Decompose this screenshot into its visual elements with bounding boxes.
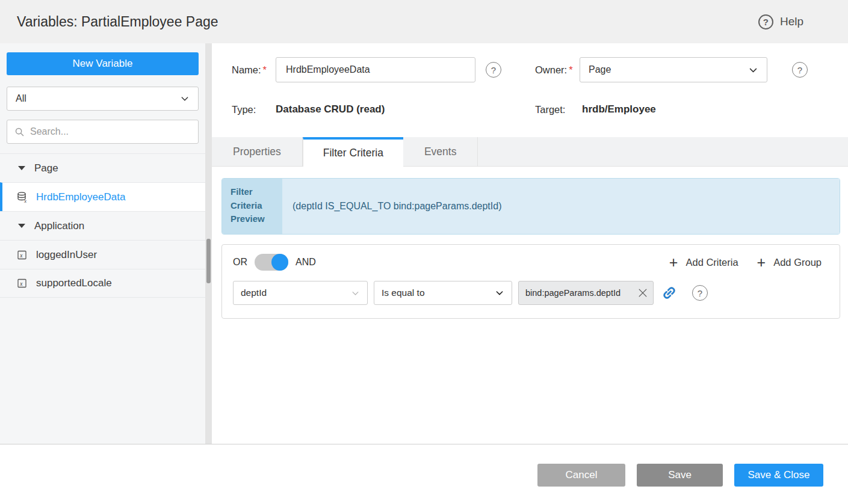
svg-text:x: x (23, 197, 26, 203)
model-variable-icon: x (16, 277, 28, 289)
criteria-field-value: deptId (241, 287, 267, 298)
owner-help-icon[interactable]: ? (792, 62, 808, 78)
help-icon: ? (758, 14, 773, 29)
target-label: Target: (535, 104, 582, 115)
tree-item-label: supportedLocale (36, 277, 112, 289)
tree-item-supportedlocale[interactable]: x supportedLocale (0, 269, 205, 298)
or-label: OR (233, 257, 247, 268)
variables-sidebar: New Variable All Page x HrdbEmployeeDa (0, 43, 212, 444)
name-help-icon[interactable]: ? (486, 62, 501, 78)
save-button[interactable]: Save (637, 464, 723, 487)
bind-expression: bind:pageParams.deptId (525, 288, 621, 298)
tree-item-hrdbemployeedata[interactable]: x HrdbEmployeeData (0, 182, 205, 211)
chevron-down-icon (351, 289, 360, 298)
tab-filter-criteria[interactable]: Filter Criteria (303, 137, 403, 167)
and-label: AND (296, 257, 316, 268)
name-input[interactable] (276, 57, 475, 82)
type-value: Database CRUD (read) (276, 103, 535, 115)
add-criteria-button[interactable]: Add Criteria (686, 257, 738, 268)
sidebar-scrollbar-track[interactable] (205, 43, 212, 444)
required-marker: * (263, 64, 267, 75)
name-label: Name:* (232, 64, 276, 76)
owner-value: Page (589, 64, 611, 75)
type-label: Type: (232, 104, 276, 115)
add-group-button[interactable]: Add Group (773, 257, 822, 268)
cancel-button[interactable]: Cancel (537, 464, 625, 487)
chevron-down-icon (495, 288, 504, 298)
sidebar-scrollbar-thumb[interactable] (206, 239, 211, 283)
help-button[interactable]: ? Help (758, 14, 803, 29)
database-variable-icon: x (16, 191, 28, 203)
or-and-toggle[interactable] (255, 254, 288, 271)
search-icon (14, 127, 25, 137)
variable-detail-panel: Name:* ? Owner:* Page ? Type: Database C… (212, 43, 848, 444)
dialog-footer: Cancel Save Save & Close (0, 444, 848, 504)
tab-bar: Properties Filter Criteria Events (212, 137, 848, 167)
owner-label: Owner:* (535, 64, 580, 76)
tab-properties[interactable]: Properties (212, 137, 303, 166)
bind-link-icon[interactable] (658, 282, 681, 304)
tree-group-label: Application (34, 220, 84, 232)
criteria-condition-select[interactable]: Is equal to (374, 281, 512, 305)
dialog-header: Variables: PartialEmployee Page ? Help (0, 0, 848, 43)
variable-filter-value: All (16, 93, 26, 104)
variables-tree: Page x HrdbEmployeeData Application x (0, 153, 205, 298)
tree-group-label: Page (34, 162, 58, 174)
plus-icon: + (669, 255, 678, 270)
collapse-triangle-icon (18, 166, 25, 170)
collapse-triangle-icon (18, 224, 25, 228)
preview-expression: (deptId IS_EQUAL_TO bind:pageParams.dept… (282, 179, 840, 234)
criteria-value-field[interactable]: bind:pageParams.deptId (518, 281, 654, 305)
save-and-close-button[interactable]: Save & Close (734, 464, 823, 487)
svg-text:x: x (19, 281, 23, 287)
tab-events[interactable]: Events (403, 137, 478, 166)
variable-filter-select[interactable]: All (7, 87, 199, 111)
criteria-help-icon[interactable]: ? (692, 285, 708, 301)
required-marker: * (569, 64, 572, 75)
tree-group-application[interactable]: Application (0, 211, 205, 240)
tree-item-loggedinuser[interactable]: x loggedInUser (0, 240, 205, 269)
svg-text:x: x (19, 252, 23, 258)
model-variable-icon: x (16, 249, 28, 261)
clear-value-icon[interactable] (637, 287, 649, 299)
criteria-field-select[interactable]: deptId (233, 281, 368, 305)
name-owner-row: Name:* ? Owner:* Page ? (232, 57, 808, 82)
page-title: Variables: PartialEmployee Page (17, 14, 218, 30)
target-value: hrdb/Employee (582, 103, 656, 115)
criteria-builder: OR AND + Add Criteria + Add Group (221, 244, 840, 319)
filter-criteria-content: Filter Criteria Preview (deptId IS_EQUAL… (212, 167, 848, 319)
owner-select[interactable]: Page (580, 57, 767, 82)
search-box[interactable] (7, 120, 199, 144)
search-input[interactable] (30, 126, 191, 137)
preview-label: Filter Criteria Preview (222, 179, 282, 234)
help-label: Help (780, 15, 803, 28)
tree-group-page[interactable]: Page (0, 153, 205, 182)
tree-item-label: loggedInUser (36, 249, 97, 261)
criteria-condition-value: Is equal to (382, 287, 425, 298)
plus-icon: + (757, 255, 766, 270)
tree-item-label: HrdbEmployeeData (36, 191, 125, 203)
chevron-down-icon (748, 65, 758, 75)
chevron-down-icon (180, 94, 190, 103)
filter-criteria-preview: Filter Criteria Preview (deptId IS_EQUAL… (221, 178, 840, 235)
toggle-knob (271, 254, 288, 271)
type-target-row: Type: Database CRUD (read) Target: hrdb/… (232, 103, 656, 115)
new-variable-button[interactable]: New Variable (7, 52, 199, 75)
